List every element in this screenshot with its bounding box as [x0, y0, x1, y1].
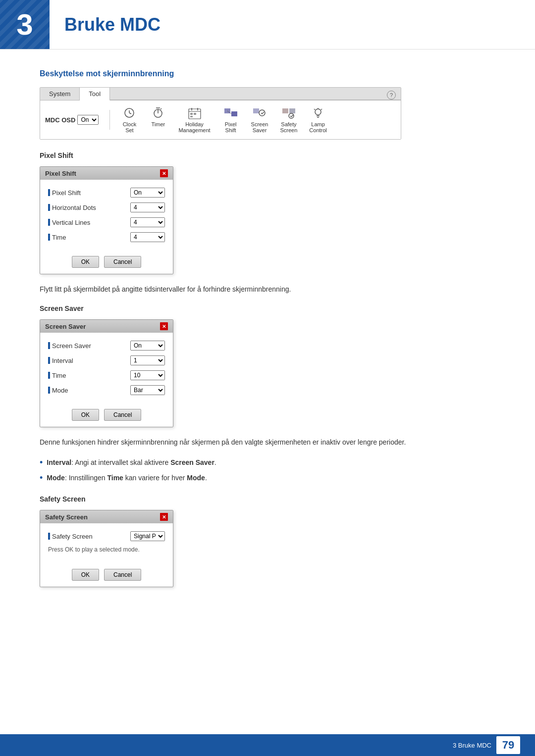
bullet-text-1: Mode: Innstillingen Time kan variere for… [47, 473, 207, 483]
indicator-1 [48, 204, 50, 211]
pixel-shift-select-1[interactable]: 4123 [130, 202, 165, 212]
page-number: 79 [496, 736, 520, 754]
screen-saver-close-button[interactable]: ✕ [160, 322, 168, 330]
screen-saver-title-bar: Screen Saver ✕ [40, 320, 173, 333]
pixel-shift-close-button[interactable]: ✕ [160, 169, 168, 177]
safety-screen-body: Safety Screen Signal Patt...ScrollFade P… [40, 523, 173, 565]
screen-saver-row-0: Screen Saver OnOff [48, 341, 165, 351]
mdc-osd-select[interactable]: On Off [77, 115, 99, 125]
screen-saver-select-1[interactable]: 123 [130, 355, 165, 365]
toolbar-tabs: System Tool ? [40, 88, 401, 101]
list-item: • Mode: Innstillingen Time kan variere f… [40, 473, 495, 483]
main-content: Beskyttelse mot skjerminnbrenning System… [0, 50, 535, 627]
saf-indicator-0 [48, 533, 50, 540]
svg-point-22 [315, 109, 321, 115]
toolbar-item-clock-set[interactable]: Clock Set [116, 104, 143, 135]
screen-saver-select-0[interactable]: OnOff [130, 341, 165, 351]
bullet-dot-0: • [40, 458, 43, 467]
pixel-label2: Shift [225, 127, 236, 133]
pixel-shift-label-2: Vertical Lines [48, 219, 90, 226]
safety-screen-ok-button[interactable]: OK [72, 569, 99, 581]
safety-screen-close-button[interactable]: ✕ [160, 513, 168, 521]
screen-saver-dialog: Screen Saver ✕ Screen Saver OnOff Interv… [40, 319, 173, 427]
pixel-shift-row-1: Horizontal Dots 4123 [48, 202, 165, 212]
safety-screen-footer: OK Cancel [40, 565, 173, 587]
tab-tool[interactable]: Tool [80, 88, 110, 101]
page-footer: 3 Bruke MDC 79 [0, 734, 535, 756]
safety-screen-icon [280, 106, 297, 120]
pixel-shift-row-2: Vertical Lines 4123 [48, 217, 165, 227]
bullet-dot-1: • [40, 473, 43, 482]
timer-label1: Timer [152, 121, 165, 127]
indicator-3 [48, 234, 50, 241]
pixel-shift-label-0: Pixel Shift [48, 189, 81, 197]
toolbar-item-screen-saver[interactable]: Screen Saver [246, 104, 273, 135]
pixel-shift-title-bar: Pixel Shift ✕ [40, 167, 173, 180]
svg-line-27 [321, 109, 322, 110]
toolbar-item-holiday[interactable]: Holiday Management [173, 104, 215, 135]
pixel-shift-ok-button[interactable]: OK [72, 256, 99, 268]
toolbar-item-timer[interactable]: Timer [145, 104, 171, 135]
pixel-shift-row-3: Time 4123 [48, 232, 165, 242]
screen-saver-body: Screen Saver OnOff Interval 123 Time [40, 333, 173, 405]
safety-screen-heading: Safety Screen [40, 495, 495, 503]
toolbar-item-pixel-shift[interactable]: Pixel Shift [217, 104, 244, 135]
pixel-shift-body: Pixel Shift OnOff Horizontal Dots 4123 [40, 180, 173, 252]
lamp-label1: Lamp [311, 121, 325, 127]
mdc-osd-control: MDC OSD On Off [45, 115, 99, 125]
safety-screen-select-0[interactable]: Signal Patt...ScrollFade [130, 531, 165, 541]
screen-saver-footer: OK Cancel [40, 405, 173, 427]
timer-icon [150, 106, 166, 120]
ss-indicator-3 [48, 387, 50, 394]
holiday-label2: Management [178, 127, 210, 133]
safety-screen-label-0: Safety Screen [48, 533, 93, 540]
safety-screen-cancel-button[interactable]: Cancel [104, 569, 141, 581]
screen-saver-label-1: Interval [48, 357, 73, 364]
clock-label2: Set [125, 127, 134, 133]
pixel-shift-heading: Pixel Shift [40, 151, 495, 159]
screen-saver-select-3[interactable]: BarFadeRolling [130, 385, 165, 395]
tab-system[interactable]: System [40, 88, 80, 100]
ss-indicator-0 [48, 342, 50, 349]
clock-icon [121, 106, 138, 120]
screen-label2: Saver [253, 127, 267, 133]
screen-saver-heading: Screen Saver [40, 304, 495, 312]
svg-line-6 [160, 108, 161, 109]
screen-saver-select-2[interactable]: 1051520 [130, 370, 165, 380]
bullet-term-1: Mode [47, 474, 65, 482]
safety-screen-row-0: Safety Screen Signal Patt...ScrollFade [48, 531, 165, 541]
pixel-shift-footer: OK Cancel [40, 252, 173, 274]
svg-point-21 [289, 113, 294, 118]
toolbar-item-lamp-control[interactable]: Lamp Control [304, 104, 331, 135]
screen-saver-row-2: Time 1051520 [48, 370, 165, 380]
footer-chapter-label: 3 Bruke MDC [453, 742, 491, 749]
pixel-shift-select-0[interactable]: OnOff [130, 188, 165, 198]
pixel-label1: Pixel [225, 121, 237, 127]
svg-rect-11 [190, 113, 193, 115]
bullet-term3-1: Mode [187, 474, 205, 482]
lamp-label2: Control [309, 127, 326, 133]
ss-indicator-1 [48, 357, 50, 364]
pixel-shift-description: Flytt litt på skjermbildet på angitte ti… [40, 284, 495, 295]
toolbar-panel: System Tool ? MDC OSD On Off [40, 87, 401, 140]
chapter-title: Bruke MDC [50, 0, 175, 49]
screen-saver-cancel-button[interactable]: Cancel [104, 409, 141, 421]
mdc-osd-label: MDC OSD [45, 116, 75, 124]
svg-point-18 [259, 110, 265, 116]
screen-saver-label-2: Time [48, 372, 66, 379]
list-item: • Interval: Angi at intervallet skal akt… [40, 457, 495, 468]
pixel-shift-cancel-button[interactable]: Cancel [104, 256, 141, 268]
pixel-shift-select-2[interactable]: 4123 [130, 217, 165, 227]
bullet-term2-1: Time [107, 474, 123, 482]
safety-screen-title-bar: Safety Screen ✕ [40, 510, 173, 523]
toolbar-item-safety-screen[interactable]: Safety Screen [275, 104, 302, 135]
svg-rect-17 [253, 108, 259, 113]
screen-saver-ok-button[interactable]: OK [72, 409, 99, 421]
bullet-list: • Interval: Angi at intervallet skal akt… [40, 457, 495, 483]
pixel-shift-label-1: Horizontal Dots [48, 204, 96, 211]
indicator-0 [48, 189, 50, 196]
help-button[interactable]: ? [387, 91, 396, 100]
screen-saver-icon [251, 106, 268, 120]
pixel-shift-select-3[interactable]: 4123 [130, 232, 165, 242]
safety-screen-note: Press OK to play a selected mode. [48, 546, 165, 553]
